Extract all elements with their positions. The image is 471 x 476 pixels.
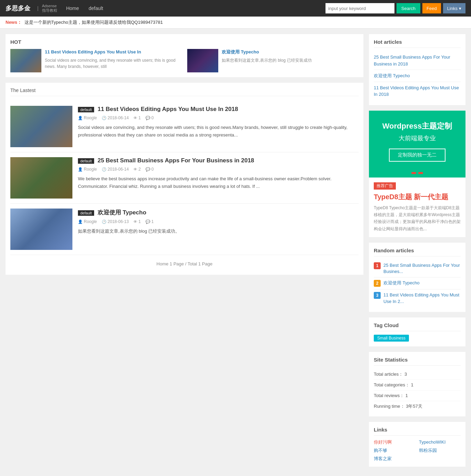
link-5[interactable]: 博客之家 [374,456,392,461]
sidebar: Hot articles 25 Best Small Business Apps… [369,34,465,472]
clock-icon-3 [102,220,107,224]
random-articles-list: 1 25 Best Small Business Apps For Your B… [374,260,461,307]
header-right: Search Feed Links ▾ [325,3,465,13]
promo-label: 推荐广告 [374,182,396,190]
main-layout: HOT 11 Best Videos Editing Apps You Must… [0,29,471,476]
link-item-3: 购不够 [374,447,415,454]
ad-dot-2[interactable] [418,172,423,174]
random-article-link-2[interactable]: 欢迎使用 Typecho [383,280,420,286]
eye-icon-2 [133,167,137,171]
random-num-3: 3 [374,292,381,299]
promo-box: 推荐广告 TypeD8主题 新一代主题 TypeD8 Typecho主题是一款基… [369,178,465,237]
ad-dot-1[interactable] [411,172,416,174]
hot-section-title: HOT [10,39,359,45]
ad-banner-button[interactable]: 定制我的独一无二 [389,149,445,162]
site-title: 多思多金 [6,4,30,12]
pagination: Home 1 Page / Total 1 Page [10,255,359,270]
links-button[interactable]: Links ▾ [443,3,465,13]
chevron-down-icon: ▾ [459,6,461,11]
article-card-3: default 欢迎使用 Typecho Roogle 2018-06-13 1… [10,204,359,255]
link-item-1: 你好污啊 [374,439,415,445]
link-2[interactable]: TypechoWIKI [419,439,445,445]
article-title-2[interactable]: 25 Best Small Business Apps For Your Bus… [98,157,254,164]
promo-text: TypeD8 Typecho主题是一款基于大前端D8主题移植的主题，是大前端积累… [374,204,461,233]
main-nav: Home default [63,4,107,12]
random-num-2: 2 [374,280,381,287]
article-meta-3: Roogle 2018-06-13 1 1 [78,219,359,224]
article-category-3[interactable]: default [78,210,94,216]
sidebar-hot-articles: Hot articles 25 Best Small Business Apps… [369,34,465,105]
hot-thumb-2 [187,49,218,72]
list-item: 1 25 Best Small Business Apps For Your B… [374,260,461,277]
hot-articles-list: 25 Best Small Business Apps For Your Bus… [374,51,461,100]
random-articles-title: Random articles [374,247,461,256]
article-thumb-3 [10,209,72,250]
random-articles-box: Random articles 1 25 Best Small Business… [369,243,465,312]
ad-dots [369,169,465,178]
links-grid: 你好污啊 TypechoWIKI 购不够 韩粉乐园 博客之家 [374,439,461,462]
list-item: 欢迎使用 Typecho [374,70,461,82]
link-4[interactable]: 韩粉乐园 [419,448,437,453]
hot-section: HOT 11 Best Videos Editing Apps You Must… [6,34,363,77]
adsense-label: Adsense 指导教程 [42,4,57,13]
link-1[interactable]: 你好污啊 [374,439,392,445]
links-box: Links 你好污啊 TypechoWIKI 购不够 韩粉乐园 博客之家 [369,422,465,467]
hot-item-2: 欢迎使用 Typecho 如果您看到这篇文章,表示您的 blog 已经安装成功 [187,49,359,72]
hot-articles-title: Hot articles [374,39,461,48]
random-article-link-1[interactable]: 25 Best Small Business Apps For Your Bus… [383,262,461,275]
random-article-link-3[interactable]: 11 Best Videos Editing Apps You Must Use… [383,292,461,304]
nav-home[interactable]: Home [63,4,82,12]
article-card-2: default 25 Best Small Business Apps For … [10,152,359,204]
list-item: Total reviews： 1 [374,391,461,401]
search-button[interactable]: Search [397,3,420,13]
user-icon-3 [78,220,83,224]
random-num-1: 1 [374,262,381,269]
article-meta-1: Roogle 2018-06-14 1 0 [78,115,359,120]
list-item: 3 11 Best Videos Editing Apps You Must U… [374,290,461,307]
hot-article-link-3[interactable]: 11 Best Videos Editing Apps You Must Use… [374,85,459,97]
article-excerpt-3: 如果您看到这篇文章,表示您的 blog 已经安装成功。 [78,227,359,235]
hot-thumb-1 [10,49,41,72]
ad-banner-line1: Wordpress主题定制 [376,121,459,131]
latest-section: The Lastest default 11 Best Videos Editi… [6,83,363,275]
ad-banner-line2: 大前端最专业 [376,134,459,142]
article-excerpt-2: We believe the best business apps increa… [78,175,359,190]
article-excerpt-1: Social videos are convincing, and they r… [78,124,359,139]
ad-banner: Wordpress主题定制 大前端最专业 定制我的独一无二 [369,111,465,169]
link-item-2: TypechoWIKI [419,439,461,445]
article-title-3[interactable]: 欢迎使用 Typecho [98,209,146,216]
site-stats-box: Site Statistics Total articles： 3 Total … [369,352,465,416]
article-thumb-1 [10,106,72,147]
nav-default[interactable]: default [85,4,107,12]
article-meta-2: Roogle 2018-06-14 2 0 [78,167,359,172]
header: 多思多金 | Adsense 指导教程 Home default Search … [0,0,471,17]
comment-icon [146,116,150,120]
article-thumb-2 [10,157,72,199]
hot-article-link-2[interactable]: 欢迎使用 Typecho [374,73,410,78]
tag-cloud: Small Business [374,335,461,342]
tag-cloud-box: Tag Cloud Small Business [369,317,465,346]
article-title-1[interactable]: 11 Best Videos Editing Apps You Must Use… [98,106,238,112]
link-3[interactable]: 购不够 [374,448,387,453]
feed-button[interactable]: Feed [422,3,441,13]
hot-item-title-2[interactable]: 欢迎使用 Typecho [222,49,312,55]
hot-item-title-1[interactable]: 11 Best Videos Editing Apps You Must Use… [45,49,182,55]
promo-title[interactable]: TypeD8主题 新一代主题 [374,192,461,202]
hot-article-link-1[interactable]: 25 Best Small Business Apps For Your Bus… [374,54,450,67]
stats-list: Total articles： 3 Total categories： 1 To… [374,369,461,412]
search-input[interactable] [325,3,394,13]
article-category-1[interactable]: default [78,107,94,112]
user-icon-2 [78,167,83,172]
user-icon [78,116,83,120]
article-category-2[interactable]: default [78,158,94,164]
hot-item-excerpt-2: 如果您看到这篇文章,表示您的 blog 已经安装成功 [222,57,312,63]
hot-grid: 11 Best Videos Editing Apps You Must Use… [10,49,359,72]
eye-icon-3 [133,220,137,224]
hot-item: 11 Best Videos Editing Apps You Must Use… [10,49,182,72]
tag-item[interactable]: Small Business [374,335,409,342]
list-item: 11 Best Videos Editing Apps You Must Use… [374,82,461,100]
link-item-5: 博客之家 [374,456,415,462]
eye-icon [133,116,137,120]
link-item-4: 韩粉乐园 [419,447,461,454]
list-item: Running time： 3年57天 [374,401,461,412]
